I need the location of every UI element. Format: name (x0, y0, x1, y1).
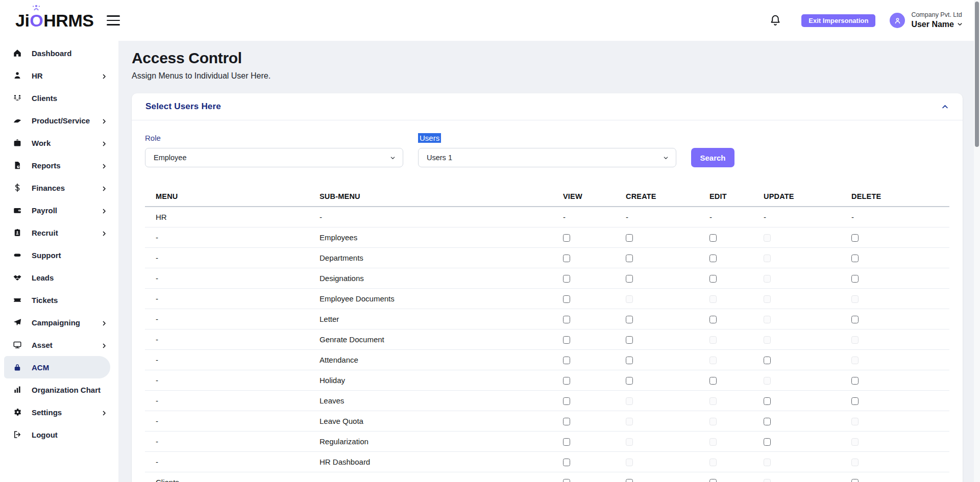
user-select-form: Role Employee Users Users 1 Search (145, 134, 949, 167)
users-select[interactable]: Users 1 (418, 148, 676, 167)
sidebar-item-clients[interactable]: Clients (0, 87, 118, 109)
perm-checkbox-create[interactable] (626, 357, 633, 364)
perm-checkbox-view[interactable] (563, 234, 570, 242)
perm-checkbox-view[interactable] (563, 255, 570, 262)
perm-checkbox-create[interactable] (626, 255, 633, 262)
perm-checkbox-delete[interactable] (851, 377, 859, 385)
perm-cell-edit (699, 288, 753, 309)
sidebar-item-asset[interactable]: Asset (0, 334, 118, 356)
perm-checkbox-edit[interactable] (709, 234, 717, 242)
perm-checkbox-update[interactable] (764, 418, 771, 425)
perm-checkbox-edit[interactable] (709, 377, 717, 385)
perm-checkbox-delete[interactable] (851, 234, 859, 242)
perm-cell-delete (841, 329, 949, 349)
search-button[interactable]: Search (691, 148, 734, 167)
perm-checkbox-delete[interactable] (851, 316, 859, 323)
perm-checkbox-edit (709, 357, 717, 364)
submenu-cell: Employee Documents (309, 288, 552, 309)
submenu-cell: Designations (309, 268, 552, 288)
perm-checkbox-view[interactable] (563, 316, 570, 323)
table-row: -Holiday (145, 370, 949, 390)
notification-bell-icon[interactable] (769, 14, 782, 27)
perm-checkbox-delete[interactable] (851, 275, 859, 283)
perm-checkbox-edit[interactable] (709, 316, 717, 323)
sidebar-item-leads[interactable]: Leads (0, 266, 118, 289)
role-select[interactable]: Employee (145, 148, 403, 167)
perm-checkbox-view[interactable] (563, 397, 570, 405)
gear-icon (12, 407, 22, 417)
exit-impersonation-button[interactable]: Exit Impersonation (801, 14, 875, 27)
menu-toggle-icon[interactable] (107, 15, 120, 26)
sidebar-item-work[interactable]: Work (0, 132, 118, 154)
perm-checkbox-update (764, 234, 771, 242)
app-logo[interactable]: JiOHRMS (15, 11, 93, 31)
perm-cell-create (615, 288, 699, 309)
sidebar-item-campaigning[interactable]: Campaigning (0, 311, 118, 334)
perm-cell-update (753, 451, 841, 472)
sidebar-item-support[interactable]: Support (0, 244, 118, 266)
perm-cell-edit (699, 411, 753, 431)
page-title: Access Control (132, 49, 963, 67)
perm-cell-delete (841, 227, 949, 247)
perm-checkbox-create[interactable] (626, 234, 633, 242)
perm-cell-update (753, 309, 841, 329)
user-menu[interactable]: Company Pvt. Ltd User Name (911, 11, 963, 30)
perm-checkbox-view[interactable] (563, 357, 570, 364)
perm-checkbox-view[interactable] (563, 275, 570, 283)
sidebar-item-logout[interactable]: Logout (0, 423, 118, 446)
sidebar-item-reports[interactable]: Reports (0, 154, 118, 176)
perm-checkbox-view[interactable] (563, 479, 570, 482)
perm-checkbox-view[interactable] (563, 438, 570, 446)
perm-checkbox-edit[interactable] (709, 479, 717, 482)
logout-icon (12, 429, 22, 440)
perm-checkbox-create[interactable] (626, 377, 633, 385)
menu-cell: HR (145, 207, 309, 227)
perm-cell-update (753, 411, 841, 431)
perm-cell-edit (699, 309, 753, 329)
chevron-right-icon (101, 72, 107, 79)
perm-checkbox-view[interactable] (563, 459, 570, 466)
perm-cell-delete: - (841, 207, 949, 227)
perm-cell-view (552, 288, 615, 309)
perm-checkbox-update[interactable] (764, 357, 771, 364)
perm-cell-edit (699, 390, 753, 411)
sidebar-item-settings[interactable]: Settings (0, 401, 118, 423)
perm-checkbox-view[interactable] (563, 336, 570, 344)
perm-cell-view (552, 411, 615, 431)
perm-cell-edit (699, 349, 753, 370)
sidebar-item-finances[interactable]: Finances (0, 176, 118, 199)
perm-checkbox-edit[interactable] (709, 275, 717, 283)
perm-checkbox-view[interactable] (563, 377, 570, 385)
table-row: -Departments (145, 247, 949, 268)
perm-checkbox-update[interactable] (764, 438, 771, 446)
user-avatar[interactable] (890, 13, 905, 28)
perm-checkbox-delete[interactable] (851, 397, 859, 405)
main-content: Access Control Assign Menus to Individua… (118, 41, 980, 482)
perm-cell-update: - (753, 207, 841, 227)
sidebar-item-acm[interactable]: ACM (4, 356, 110, 378)
perm-checkbox-update[interactable] (764, 397, 771, 405)
scrollbar-thumb[interactable] (975, 2, 979, 147)
perm-table-header-row: MENUSUB-MENUVIEWCREATEEDITUPDATEDELETE (145, 186, 949, 207)
perm-cell-create (615, 227, 699, 247)
perm-checkbox-update (764, 479, 771, 482)
sidebar-item-payroll[interactable]: Payroll (0, 199, 118, 221)
perm-checkbox-update (764, 255, 771, 262)
perm-cell-update (753, 431, 841, 451)
collapse-card-button[interactable] (941, 103, 949, 111)
perm-checkbox-create[interactable] (626, 479, 633, 482)
sidebar-item-tickets[interactable]: Tickets (0, 289, 118, 311)
perm-checkbox-edit[interactable] (709, 255, 717, 262)
sidebar-item-recruit[interactable]: Recruit (0, 221, 118, 244)
perm-checkbox-delete[interactable] (851, 479, 859, 482)
perm-checkbox-create[interactable] (626, 275, 633, 283)
perm-checkbox-view[interactable] (563, 418, 570, 425)
sidebar-item-product-service[interactable]: Product/Service (0, 109, 118, 132)
perm-checkbox-delete[interactable] (851, 255, 859, 262)
perm-checkbox-create[interactable] (626, 316, 633, 323)
sidebar-item-dashboard[interactable]: Dashboard (0, 42, 118, 64)
perm-checkbox-view[interactable] (563, 295, 570, 303)
perm-checkbox-create[interactable] (626, 336, 633, 344)
sidebar-item-hr[interactable]: HR (0, 64, 118, 87)
sidebar-item-organization-chart[interactable]: Organization Chart (0, 378, 118, 401)
